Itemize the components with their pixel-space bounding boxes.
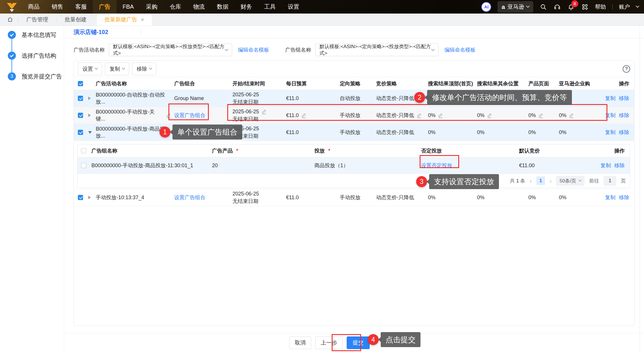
adgroup-select-all-checkbox[interactable] bbox=[81, 148, 86, 153]
previous-step-button[interactable]: 上一步 bbox=[315, 336, 343, 349]
set-negative-targeting-link[interactable]: 设置否定投放 bbox=[421, 162, 452, 169]
row-checkbox[interactable] bbox=[78, 96, 83, 101]
menu-item-service[interactable]: 客服 bbox=[69, 0, 93, 14]
remove-row-link[interactable]: 移除 bbox=[619, 112, 629, 119]
adgroup-row-checkbox[interactable] bbox=[81, 163, 86, 168]
menu-item-sales[interactable]: 销售 bbox=[46, 0, 69, 14]
edit-campaign-template-link[interactable]: 编辑命名模板 bbox=[238, 46, 269, 53]
menu-item-fba[interactable]: FBA bbox=[117, 0, 140, 14]
adgroup-template-value: 默认模板:<ASIN>-<定向策略>-<投放类型>-<匹配方式> bbox=[320, 43, 432, 57]
help-link[interactable]: 帮助 bbox=[595, 3, 606, 11]
cancel-button[interactable]: 取消 bbox=[289, 336, 311, 349]
row-checkbox[interactable] bbox=[78, 195, 83, 200]
edit-icon[interactable] bbox=[487, 113, 492, 118]
expand-arrow-icon[interactable] bbox=[88, 114, 91, 117]
copy-row-link[interactable]: 复制 bbox=[605, 129, 615, 136]
step-choose-structure[interactable]: 选择广告结构 bbox=[0, 52, 64, 60]
help-question-icon[interactable]: ? bbox=[623, 65, 630, 73]
menu-item-data[interactable]: 数据 bbox=[211, 0, 234, 14]
goto-page-input[interactable] bbox=[604, 176, 616, 186]
close-icon[interactable]: × bbox=[141, 16, 144, 23]
step-number-icon: 3 bbox=[8, 72, 16, 80]
notifications-bell-icon[interactable]: 8 bbox=[567, 3, 575, 11]
select-all-checkbox[interactable] bbox=[78, 81, 83, 86]
bidding-value: 动态竞价-只降低 bbox=[376, 194, 428, 201]
tab-ad-management[interactable]: 广告管理 bbox=[18, 14, 56, 26]
step-preview-submit[interactable]: 3 预览并提交广告 bbox=[0, 72, 64, 80]
amazon-business-value: 0% bbox=[559, 195, 605, 201]
row-checkbox[interactable] bbox=[78, 113, 83, 118]
campaign-template-value: 默认模板:<ASIN>-<定向策略>-<投放类型>-<匹配方式> bbox=[113, 43, 225, 57]
menu-item-advertising[interactable]: 广告 bbox=[93, 0, 117, 14]
account-chevron-icon[interactable] bbox=[636, 4, 639, 8]
adgroup-targeting: 商品投放（1） bbox=[314, 162, 421, 169]
menu-item-products[interactable]: 商品 bbox=[22, 0, 46, 14]
campaign-template-select[interactable]: 默认模板:<ASIN>-<定向策略>-<投放类型>-<匹配方式> bbox=[109, 44, 232, 56]
menu-item-warehouse[interactable]: 仓库 bbox=[164, 0, 187, 14]
bidding-value: 动态竞价-只降低 bbox=[376, 129, 428, 136]
step-done-icon bbox=[8, 31, 16, 39]
campaign-row-manual-keyword: B000000000-手动投放-关键... 设置广告组合 2025-06-25 … bbox=[74, 107, 634, 124]
remove-dropdown-button[interactable]: 移除 bbox=[132, 63, 156, 75]
menu-item-purchasing[interactable]: 采购 bbox=[140, 0, 164, 14]
apps-grid-icon[interactable] bbox=[581, 3, 589, 11]
targeting-value: 手动投放 bbox=[340, 129, 376, 136]
page-number-button[interactable]: 1 bbox=[536, 176, 545, 185]
col-adgroup-name: 广告组名称 bbox=[91, 147, 212, 154]
remove-row-link[interactable]: 移除 bbox=[619, 129, 629, 136]
menu-item-tools[interactable]: 工具 bbox=[258, 0, 282, 14]
edit-icon[interactable] bbox=[301, 113, 307, 118]
adgroup-header-row: 广告组名称 广告产品* 投放* 否定投放 默认竞价 操作 bbox=[78, 144, 630, 157]
headset-support-icon[interactable] bbox=[553, 3, 561, 11]
set-portfolio-link[interactable]: 设置广告组合 bbox=[174, 194, 205, 201]
remove-row-link[interactable]: 移除 bbox=[619, 194, 629, 201]
callout-number: 3 bbox=[416, 176, 427, 187]
row-checkbox[interactable] bbox=[78, 130, 83, 135]
copy-row-link[interactable]: 复制 bbox=[605, 95, 615, 102]
prev-page-icon[interactable]: ‹ bbox=[530, 178, 532, 184]
brand-logo-icon[interactable] bbox=[5, 1, 18, 13]
campaign-name: B000000000-自动投放-自动投放... bbox=[96, 91, 174, 105]
edit-icon[interactable] bbox=[166, 113, 171, 118]
adgroup-template-select[interactable]: 默认模板:<ASIN>-<定向策略>-<投放类型>-<匹配方式> bbox=[315, 44, 439, 56]
copy-row-link[interactable]: 复制 bbox=[600, 162, 611, 169]
menu-item-settings[interactable]: 设置 bbox=[282, 0, 305, 14]
edit-icon[interactable] bbox=[569, 113, 574, 118]
marketplace-selector[interactable]: a 亚马逊 bbox=[497, 1, 533, 13]
home-icon[interactable] bbox=[0, 14, 18, 26]
copy-row-link[interactable]: 复制 bbox=[605, 112, 615, 119]
remove-row-link[interactable]: 移除 bbox=[614, 162, 625, 169]
menu-item-finance[interactable]: 财务 bbox=[234, 0, 258, 14]
submit-button[interactable]: 提交 bbox=[347, 336, 370, 349]
expand-arrow-icon[interactable] bbox=[88, 97, 91, 100]
tab-bulk-new-ads-active[interactable]: 批量新建广告 × bbox=[97, 14, 152, 26]
budget-value: €11.0 bbox=[286, 112, 299, 118]
search-icon[interactable] bbox=[540, 3, 547, 11]
collapse-arrow-icon[interactable] bbox=[88, 131, 92, 134]
tab-bulk-create[interactable]: 批量创建 bbox=[57, 14, 95, 26]
edit-adgroup-template-link[interactable]: 编辑命名模板 bbox=[444, 46, 476, 53]
targeting-value: 自动投放 bbox=[340, 95, 376, 102]
next-page-icon[interactable]: › bbox=[550, 178, 552, 184]
account-menu[interactable]: 账户 bbox=[619, 3, 630, 11]
set-dropdown-button[interactable]: 设置 bbox=[78, 63, 102, 75]
step-basic-info[interactable]: 基本信息填写 bbox=[0, 31, 64, 39]
marketplace-label: 亚马逊 bbox=[508, 3, 524, 11]
callout-number: 2 bbox=[414, 92, 425, 103]
copy-row-link[interactable]: 复制 bbox=[605, 194, 615, 201]
step-connector bbox=[12, 60, 12, 72]
set-portfolio-link[interactable]: 设置广告组合 bbox=[174, 112, 205, 119]
page-size-select[interactable]: 50条/页 bbox=[556, 176, 585, 186]
edit-icon[interactable] bbox=[416, 113, 422, 118]
edit-icon[interactable] bbox=[438, 113, 443, 118]
product-pages-value: 0% bbox=[528, 195, 559, 201]
copy-dropdown-button[interactable]: 复制 bbox=[105, 63, 129, 75]
ai-assistant-icon[interactable]: AI bbox=[481, 2, 491, 12]
store-tab[interactable]: 演示店铺-102 bbox=[74, 28, 108, 36]
remove-row-link[interactable]: 移除 bbox=[619, 95, 629, 102]
expand-arrow-icon[interactable] bbox=[88, 196, 91, 199]
callout-4: 4 点击提交 bbox=[368, 332, 420, 347]
edit-icon[interactable] bbox=[261, 109, 267, 114]
edit-icon[interactable] bbox=[538, 113, 544, 118]
menu-item-logistics[interactable]: 物流 bbox=[187, 0, 211, 14]
